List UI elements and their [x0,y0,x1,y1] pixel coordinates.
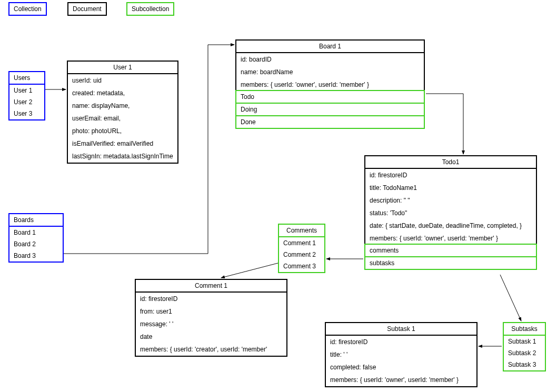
todo1-field: title: TodoName1 [365,182,536,194]
todo1-field: description: " " [365,194,536,207]
user1-field: lastSignIn: metadata.lastSignInTime [68,150,177,163]
subtasks-title: Subtasks [504,323,545,336]
subtasks-item: Subtask 2 [504,347,545,359]
todo1-subcollection-subtasks: subtasks [364,256,537,270]
boards-title: Boards [9,214,63,227]
user1-field: name: displayName, [68,99,177,112]
user1-field: isEmailVerified: emailVerified [68,137,177,150]
comment1-document: Comment 1 id: firestoreID from: user1 me… [135,279,287,357]
todo1-title: Todo1 [365,156,536,169]
user1-field: userEmail: email, [68,112,177,125]
user1-field: created: metadata, [68,87,177,99]
subtask1-field: title: ' ' [326,348,476,361]
comment1-field: id: firestoreID [136,293,286,305]
board1-subcollection-todo: Todo [235,90,425,104]
user1-document: User 1 userId: uid created: metadata, na… [67,61,178,164]
subtasks-item: Subtask 1 [504,336,545,347]
users-title: Users [9,72,44,85]
legend-collection: Collection [8,2,47,16]
comments-item: Comment 2 [279,249,324,260]
todo1-field: status: 'Todo" [365,207,536,219]
comments-item: Comment 1 [279,237,324,249]
legend-document: Document [67,2,107,16]
board1-document: Board 1 id: boardID name: boardName memb… [235,39,425,129]
board1-subcollection-doing: Doing [235,103,425,116]
subtask1-title: Subtask 1 [326,323,476,336]
comment1-field: message: ' ' [136,318,286,330]
legend-subcollection: Subcollection [126,2,174,16]
subtask1-field: id: firestoreID [326,336,476,348]
todo1-field: id: firestoreID [365,169,536,182]
comment1-field: from: user1 [136,305,286,318]
todo1-field: members: { userId: 'owner', userId: 'mem… [365,232,536,245]
comments-subcollection: Comments Comment 1 Comment 2 Comment 3 [278,224,325,273]
todo1-document: Todo1 id: firestoreID title: TodoName1 d… [364,155,537,270]
board1-field: id: boardID [236,53,424,66]
comments-item: Comment 3 [279,260,324,272]
subtasks-subcollection: Subtasks Subtask 1 Subtask 2 Subtask 3 [503,322,546,371]
board1-field: name: boardName [236,66,424,78]
comment1-title: Comment 1 [136,280,286,293]
boards-item: Board 3 [9,250,63,262]
users-item: User 1 [9,85,44,96]
todo1-field: date: { startDate, dueDate, deadlineTime… [365,219,536,232]
users-item: User 3 [9,108,44,119]
comments-title: Comments [279,225,324,237]
user1-field: userId: uid [68,74,177,87]
boards-collection: Boards Board 1 Board 2 Board 3 [8,213,64,263]
user1-title: User 1 [68,62,177,74]
user1-field: photo: photoURL, [68,125,177,137]
subtasks-item: Subtask 3 [504,359,545,370]
subtask1-field: completed: false [326,361,476,374]
boards-item: Board 1 [9,227,63,238]
boards-item: Board 2 [9,238,63,250]
users-collection: Users User 1 User 2 User 3 [8,71,45,120]
users-item: User 2 [9,96,44,108]
comment1-field: date [136,330,286,343]
board1-field: members: { userId: 'owner', userId: 'mem… [236,78,424,91]
todo1-subcollection-comments: comments [364,244,537,257]
comment1-field: members: { userId: 'creator', userId: 'm… [136,343,286,356]
subtask1-field: members: { userId: 'owner', userId: 'mem… [326,374,476,386]
board1-title: Board 1 [236,41,424,53]
board1-subcollection-done: Done [235,115,425,129]
subtask1-document: Subtask 1 id: firestoreID title: ' ' com… [325,322,478,387]
